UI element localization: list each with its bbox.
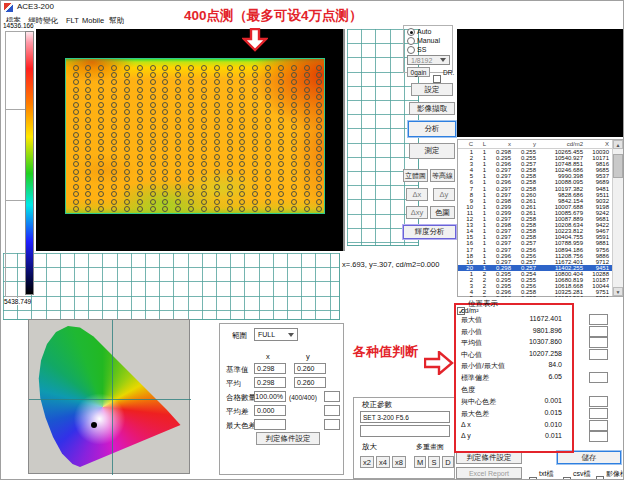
measure-dot [124,199,130,205]
colormap-button[interactable]: 色圖 [430,206,455,219]
luminance-analysis-button[interactable]: 輝度分析 [403,225,456,239]
measure-dot [304,102,310,108]
maxdiff-label: 最大色差 [226,421,256,430]
stat-judge-box[interactable] [589,372,608,383]
txt-file-checkbox[interactable]: ✓ [529,469,537,480]
measure-dot [98,184,104,190]
measure-dot [162,176,168,182]
measurement-table[interactable]: CLxycd/m2X 110.2980.25510265.45510030210… [457,139,624,297]
calibration-set-field[interactable]: SET 3-200 F5.6 [360,411,450,423]
annotation-down-arrow-icon [242,28,268,52]
measure-dot [175,191,181,197]
stat-row: 最小值9801.896 [456,327,624,337]
range-select[interactable]: FULL [254,328,298,341]
solid3d-button[interactable]: 立體圖 [403,169,428,182]
measure-dot [265,124,271,130]
measure-dot [304,176,310,182]
settings-button[interactable]: 設定 [411,83,453,96]
zoom-x2-button[interactable]: x2 [360,456,374,468]
zero-gain-button[interactable]: 0gain [407,67,430,77]
measure-button[interactable]: 測定 [409,143,455,159]
stat-judge-box[interactable] [589,396,608,407]
lum-stats: 最大值11672.401最小值9801.896平均值10307.860中心值10… [456,315,624,385]
measure-dot [73,154,79,160]
menu-help[interactable]: 幫助 [109,16,124,25]
footer-judge-condition-button[interactable]: 判定條件設定 [456,451,522,464]
measure-dot [162,169,168,175]
stat-judge-box[interactable] [589,420,608,431]
multi-m-button[interactable]: M [414,456,426,468]
measure-dot [265,161,271,167]
calibration-extra-field[interactable] [360,425,450,437]
radio-ss[interactable] [407,46,415,54]
measure-dot [304,146,310,152]
range-label: 範圍 [232,331,247,340]
radio-auto[interactable] [407,28,415,36]
ref-x-field[interactable]: 0.298 [254,363,286,374]
measure-dot [150,72,156,78]
colorbar [25,31,34,295]
menu-mobile[interactable]: Mobile [82,16,104,25]
zoom-x8-button[interactable]: x8 [392,456,406,468]
scroll-up-icon[interactable]: ▲ [613,140,623,149]
measure-dot [111,124,117,130]
scroll-down-icon[interactable]: ▼ [613,287,623,296]
measure-dot [265,87,271,93]
measure-dot [201,132,207,138]
stat-judge-box[interactable] [589,337,608,348]
multi-s-button[interactable]: S [428,456,440,468]
measure-dot [227,191,233,197]
measure-dot [124,146,130,152]
stat-judge-box[interactable] [589,408,608,419]
excel-report-button[interactable]: Excel Report [456,467,522,479]
zoom-x4-button[interactable]: x4 [376,456,390,468]
measure-dot [162,184,168,190]
measure-dot [291,94,297,100]
save-button[interactable]: 儲存 [557,451,621,464]
measure-dot [85,206,91,212]
measure-dot [162,87,168,93]
image-file-checkbox[interactable] [596,469,604,480]
measure-dot [98,169,104,175]
measure-dot [111,79,117,85]
ref-y-field[interactable]: 0.260 [294,363,326,374]
menu-flt[interactable]: FLT [66,16,79,25]
measure-dot [137,154,143,160]
stat-row: 與中心色差0.001 [456,397,624,407]
measure-dot [214,94,220,100]
judge-condition-button[interactable]: 判定條件設定 [256,432,320,445]
table-scrollbar[interactable]: ▲ ▼ [612,140,623,296]
measure-dot [162,206,168,212]
table-cell: 0.258 [511,295,536,297]
delta-x-button[interactable]: Δx [406,188,428,201]
measure-dot [137,87,143,93]
measure-dot [291,72,297,78]
stat-judge-box[interactable] [589,314,608,325]
measure-dot [304,191,310,197]
measure-dot [73,161,79,167]
measure-dot [316,124,322,130]
scroll-thumb[interactable] [613,154,623,178]
radio-manual[interactable] [407,37,415,45]
heatmap-viewport[interactable] [36,29,345,251]
table-row[interactable]: 520.2960.25810174.5649801 [458,295,623,297]
contour-button[interactable]: 等高線 [430,169,455,182]
csv-file-checkbox[interactable]: ✓ [563,469,571,480]
measure-dot [111,65,117,71]
analyze-button[interactable]: 分析 [408,121,456,137]
measure-dot [162,132,168,138]
avg-x-field[interactable]: 0.298 [254,377,286,388]
image-capture-button[interactable]: 影像擷取 [409,102,455,115]
avg-y-field[interactable]: 0.260 [294,377,326,388]
stat-judge-box[interactable] [589,349,608,360]
delta-y-button[interactable]: Δy [433,188,455,201]
delta-xy-button[interactable]: Δxy [406,206,428,219]
stat-judge-box[interactable] [589,326,608,337]
measure-dot [239,176,245,182]
multi-d-button[interactable]: D [442,456,454,468]
stat-label: Δ x [461,421,471,428]
stat-judge-box[interactable] [589,431,608,442]
measure-dot [201,109,207,115]
measure-dot [150,132,156,138]
measure-dot [124,117,130,123]
